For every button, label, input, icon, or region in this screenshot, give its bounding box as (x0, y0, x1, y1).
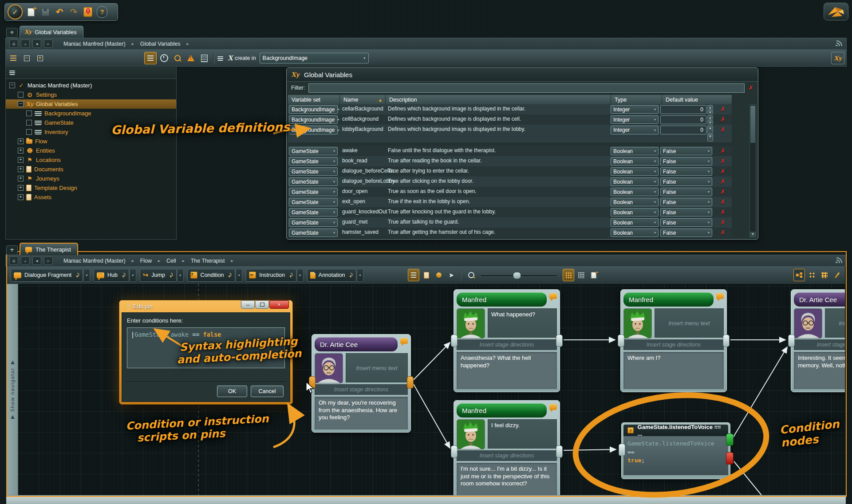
tree-checkbox[interactable] (26, 129, 32, 135)
tree-item-settings[interactable]: ⚙Settings (6, 90, 176, 99)
variable-name-cell[interactable]: guard_met (339, 217, 384, 228)
default-value-input[interactable]: 0 (660, 126, 706, 134)
dialogue-node-manfred-what-happened[interactable]: Manfred What happened? Insert stage dire… (454, 289, 560, 392)
variable-set-dropdown[interactable]: GameState▾ (289, 198, 338, 206)
add-tab-button[interactable]: + (6, 28, 18, 38)
default-value-input[interactable]: 0 (660, 105, 706, 114)
back-button[interactable]: ◂ (32, 39, 41, 48)
tree-expander-icon[interactable]: + (18, 166, 24, 172)
variable-type-dropdown[interactable]: Boolean▾ (611, 188, 659, 196)
condition-node-listened-to-voice[interactable]: ? GameState.listenedToVoice == ... GameS… (621, 422, 730, 479)
default-value-spinner[interactable]: ▲▼ (707, 115, 713, 124)
variable-type-dropdown[interactable]: Integer▾ (611, 105, 659, 114)
select-tool-button[interactable]: ➤ (446, 269, 457, 281)
variable-description-cell[interactable]: True after knocking out the guard in the… (384, 207, 610, 217)
variable-name-cell[interactable]: awake (339, 146, 384, 156)
tree-view-button[interactable] (8, 52, 19, 64)
tree-item-entities[interactable]: +☻Entities (6, 146, 176, 155)
articy-logo-icon[interactable]: ✓ (8, 4, 23, 20)
close-button[interactable]: ✕ (269, 300, 289, 309)
variable-name-cell[interactable]: lobbyBackground (339, 125, 384, 142)
stage-directions[interactable]: Insert stage directions (623, 339, 724, 350)
dialogue-node-dr-artie-cee-interesting[interactable]: Dr. Artie Cee Insert menu text Insert st… (791, 289, 845, 392)
save-button[interactable] (39, 6, 51, 18)
filter-input[interactable] (308, 83, 745, 93)
forward-button[interactable]: ▸ (44, 39, 53, 48)
create-jump-dropdown[interactable]: ▾ (177, 269, 184, 282)
variable-name-cell[interactable]: dialogue_beforeCellar (339, 166, 384, 177)
breadcrumb-item-maniac-manfred-master-[interactable]: Maniac Manfred (Master) (62, 41, 127, 47)
large-thumbnail-view-button[interactable] (819, 269, 830, 281)
spin-down-icon[interactable]: ▼ (707, 120, 713, 125)
breadcrumb-item-flow[interactable]: Flow (138, 258, 154, 264)
input-pin[interactable] (619, 444, 625, 456)
delete-variable-button[interactable]: ✗ (717, 197, 729, 207)
output-pin-with-script[interactable] (407, 376, 414, 389)
default-value-dropdown[interactable]: False▾ (660, 228, 712, 237)
history-button[interactable] (158, 52, 170, 64)
new-document-button[interactable] (25, 6, 37, 18)
create-instruction-dropdown[interactable]: ▾ (297, 269, 304, 282)
spin-up-icon[interactable]: ▲ (707, 115, 713, 120)
variable-description-cell[interactable]: Defines which background image is displa… (384, 114, 610, 125)
variable-description-cell[interactable]: True if the exit in the lobby is open. (384, 197, 610, 207)
delete-variable-button[interactable]: ✗ (717, 125, 729, 142)
home-button[interactable]: ⌂ (9, 256, 18, 265)
delete-variable-button[interactable]: ✗ (717, 146, 729, 156)
delete-variable-button[interactable]: ✗ (717, 228, 729, 238)
variable-name-cell[interactable]: dialogue_beforeLobby (339, 177, 384, 187)
stage-directions[interactable]: Insert stage directions (457, 450, 557, 461)
true-output-pin[interactable] (726, 433, 734, 446)
variable-set-dropdown[interactable]: BackgroundImage▾ (289, 115, 338, 124)
zoom-button[interactable] (466, 269, 477, 281)
tree-expander-icon[interactable]: − (18, 101, 24, 107)
tree-item-global-variables[interactable]: −XyGlobal Variables (6, 99, 176, 109)
variable-type-dropdown[interactable]: Boolean▾ (611, 167, 659, 176)
variable-description-cell[interactable]: True after talking to the guard. (384, 217, 610, 228)
forward-button[interactable]: ▸ (44, 256, 53, 265)
dialogue-text[interactable]: Interesting. It seems yo memory. Well, n… (794, 352, 845, 389)
variable-type-dropdown[interactable]: Integer▾ (611, 126, 659, 134)
issues-button[interactable] (185, 52, 197, 64)
tab-global-variables[interactable]: Xy Global Variables (20, 26, 83, 38)
dialogue-text[interactable]: Oh my dear, you're recovering from the a… (315, 397, 408, 429)
table-scrollbar[interactable]: ▼ (749, 104, 756, 237)
tree-item-template-design[interactable]: +Template Design (6, 183, 176, 193)
small-thumbnail-view-button[interactable] (807, 269, 817, 281)
delete-variable-button[interactable]: ✗ (717, 114, 729, 125)
tree-expander-icon[interactable]: + (18, 148, 24, 154)
tree-checkbox[interactable] (18, 92, 24, 98)
search-button[interactable] (172, 52, 183, 64)
details-view-button[interactable] (144, 52, 157, 64)
snap-to-grid-button[interactable] (576, 269, 587, 281)
false-output-pin[interactable] (726, 452, 734, 465)
variable-set-dropdown[interactable]: GameState▾ (289, 157, 338, 165)
home-button[interactable]: ⌂ (9, 39, 18, 48)
variable-type-dropdown[interactable]: Boolean▾ (611, 228, 659, 237)
feed-icon[interactable] (836, 257, 843, 264)
variable-name-cell[interactable]: guard_knockedOut (339, 207, 384, 217)
variable-set-dropdown[interactable]: GameState▾ (289, 177, 338, 186)
variable-type-dropdown[interactable]: Integer▾ (611, 115, 659, 124)
expand-all-button[interactable]: + (34, 52, 46, 64)
output-pin[interactable] (723, 335, 730, 347)
connection[interactable] (414, 384, 450, 448)
connection[interactable] (414, 343, 450, 380)
horizontal-scrollbar[interactable] (6, 495, 846, 504)
input-pin[interactable] (451, 445, 458, 458)
dialogue-node-dr-artie-cee[interactable]: Dr. Artie Cee Insert menu text Insert st… (312, 334, 411, 433)
tree-item-assets[interactable]: +Assets (6, 193, 176, 202)
clear-filter-button[interactable]: ✗ (748, 84, 753, 91)
create-annotation-button[interactable]: Annotation↷ (307, 269, 357, 282)
column-header-type[interactable]: Type (611, 95, 662, 105)
tree-item-gamestate[interactable]: GameState (6, 118, 176, 127)
default-value-dropdown[interactable]: False▾ (660, 167, 712, 176)
connection[interactable] (564, 449, 616, 450)
tree-expander-icon[interactable]: + (18, 157, 24, 163)
dialog-title-bar[interactable]: Edit pin — ✕ (119, 300, 292, 312)
menu-text[interactable]: Insert menu text (655, 308, 724, 338)
edit-pin-dialog[interactable]: Edit pin — ✕ Enter conditions here: |Gam… (119, 300, 293, 405)
dialogue-text[interactable]: Anaesthesia? What the hell happened? (457, 352, 557, 389)
tree-expander-icon[interactable]: + (18, 185, 24, 191)
create-hub-button[interactable]: Hub↷ (94, 269, 129, 282)
